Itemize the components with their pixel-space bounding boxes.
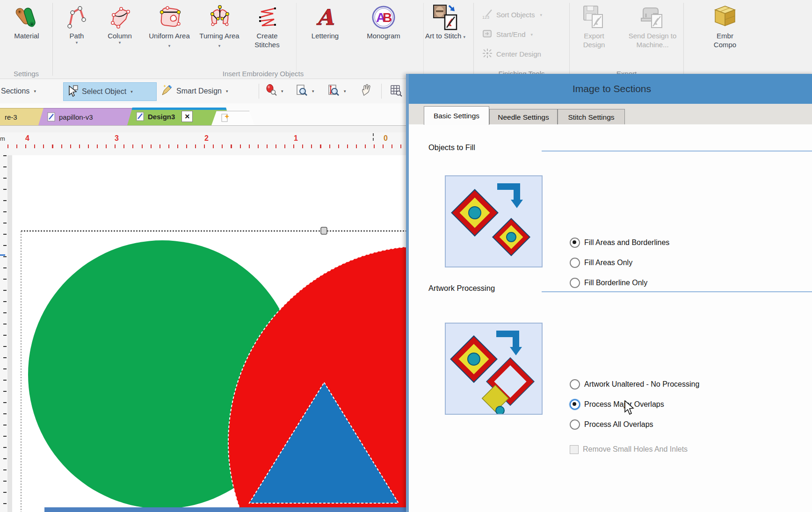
- ribbon-item-center-design[interactable]: Center Design: [482, 48, 541, 60]
- svg-text:123: 123: [482, 15, 489, 20]
- new-design-star-icon: [220, 113, 230, 124]
- dialog-tab-label: Basic Settings: [434, 112, 479, 120]
- dialog-tab-label: Stitch Settings: [568, 113, 614, 122]
- close-tab-icon[interactable]: ✕: [181, 111, 193, 122]
- ruler-ticks: [3, 155, 7, 512]
- dialog-title-bar[interactable]: Image to Sections: [409, 74, 812, 104]
- selection-handle[interactable]: [321, 227, 327, 234]
- ribbon-item-material[interactable]: Material: [6, 3, 48, 41]
- vertical-ruler: [0, 155, 8, 512]
- ruler-number: 3: [115, 134, 119, 143]
- radio-icon[interactable]: [570, 419, 580, 430]
- dropdown-arrow-icon: ▾: [108, 41, 132, 45]
- dialog-tab-basic-settings[interactable]: Basic Settings: [424, 106, 489, 125]
- artwork-processing-preview-image: [445, 323, 543, 415]
- option-process-major-overlaps[interactable]: Process Major Overlaps: [570, 399, 664, 410]
- radio-icon[interactable]: [570, 258, 580, 268]
- ribbon-item-label: Start/End: [496, 30, 526, 38]
- select-object-button[interactable]: Select Object ▾: [63, 82, 157, 101]
- ribbon-item-path[interactable]: Path▾: [60, 3, 94, 45]
- ribbon-item-art-to-stitch[interactable]: Art to Stitch ▾: [424, 3, 466, 41]
- lettering-icon: A: [312, 3, 338, 32]
- canvas-margin-strip: [7, 155, 12, 512]
- grid-magnifier-icon: [389, 84, 402, 99]
- ribbon-item-label: Material: [14, 32, 39, 41]
- new-tab-button[interactable]: [211, 111, 254, 125]
- ribbon-item-label: Export Design: [573, 32, 615, 50]
- ruler-number: 2: [204, 134, 209, 143]
- ribbon-item-label: Send Design to Machine...: [622, 32, 683, 50]
- pan-hand-button[interactable]: [356, 82, 376, 100]
- checkbox-remove-small-holes: Remove Small Holes And Inlets: [570, 444, 688, 454]
- ribbon-item-embroidery-composer[interactable]: Embr Compo: [699, 3, 751, 50]
- hand-icon: [360, 84, 372, 98]
- smart-design-label: Smart Design: [176, 87, 222, 95]
- ribbon-item-label: Embr Compo: [714, 32, 736, 50]
- ruler-number: 4: [25, 134, 29, 143]
- smart-design-button[interactable]: Smart Design ▾: [157, 82, 232, 100]
- ribbon-item-uniform-area[interactable]: Uniform Area ▾: [148, 3, 191, 50]
- image-to-sections-dialog: Image to Sections Basic Settings Needle …: [406, 74, 812, 512]
- option-process-all-overlaps[interactable]: Process All Overlaps: [570, 419, 653, 430]
- ribbon-item-start-end[interactable]: Start/End ▾: [482, 28, 533, 41]
- document-magnifier-icon: [296, 84, 308, 98]
- canvas-artwork: [7, 155, 406, 512]
- design-canvas[interactable]: [7, 155, 406, 512]
- option-fill-areas-and-borderlines[interactable]: Fill Areas and Borderlines: [570, 238, 669, 248]
- ribbon-item-create-stitches[interactable]: Create Stitches: [245, 3, 290, 50]
- ribbon-separator: [296, 3, 297, 76]
- dialog-body: Objects to Fill: [409, 124, 812, 512]
- select-cursor-icon: [67, 85, 79, 99]
- option-fill-areas-only[interactable]: Fill Areas Only: [570, 258, 632, 268]
- send-to-machine-icon: [639, 3, 666, 32]
- sections-label: Sections: [1, 87, 29, 95]
- option-artwork-unaltered[interactable]: Artwork Unaltered - No Processing: [570, 379, 699, 389]
- grid-button[interactable]: [385, 82, 406, 100]
- dropdown-arrow-icon: ▾: [70, 41, 84, 45]
- dialog-tab-needle-settings[interactable]: Needle Settings: [489, 109, 558, 125]
- ribbon-item-label: Column▾: [108, 32, 132, 45]
- ribbon-item-label: Monogram: [367, 32, 400, 41]
- zoom-balloon-button[interactable]: ▾: [262, 82, 287, 100]
- option-fill-borderline-only[interactable]: Fill Borderline Only: [570, 278, 647, 288]
- tab-label: Design3: [148, 113, 175, 121]
- ruler-unit-label: m: [0, 132, 7, 159]
- uniform-area-tool-icon: [158, 3, 181, 32]
- art-to-stitch-icon: [432, 3, 458, 32]
- ribbon-item-sort-objects[interactable]: 123 Sort Objects ▾: [482, 8, 542, 21]
- tabbar-baseline: [0, 125, 406, 126]
- design-page-icon: [136, 112, 145, 121]
- sort-objects-icon: 123: [482, 8, 493, 21]
- ribbon-item-label: Uniform Area ▾: [148, 32, 191, 50]
- ribbon-item-monogram[interactable]: A B Monogram: [356, 3, 411, 41]
- radio-selected-icon[interactable]: [570, 399, 580, 410]
- sections-dropdown[interactable]: Sections ▾: [0, 82, 40, 100]
- turning-area-tool-icon: [208, 3, 231, 32]
- dialog-tab-stitch-settings[interactable]: Stitch Settings: [558, 109, 625, 125]
- radio-icon[interactable]: [570, 278, 580, 288]
- embroidery-cube-icon: [711, 3, 739, 32]
- ribbon-item-column[interactable]: Column▾: [101, 3, 139, 45]
- zoom-height-button[interactable]: ▾: [324, 82, 350, 100]
- ruler-number: 1: [294, 134, 298, 143]
- active-tab-top-bar: [127, 108, 231, 110]
- zoom-document-button[interactable]: ▾: [292, 82, 318, 100]
- ribbon-item-send-design[interactable]: Send Design to Machine...: [622, 3, 683, 50]
- ribbon-item-turning-area[interactable]: Turning Area ▾: [198, 3, 241, 50]
- dropdown-arrow-icon: ▾: [226, 89, 228, 94]
- create-stitches-tool-icon: [256, 3, 278, 32]
- export-design-icon: [582, 3, 606, 32]
- section-divider-line: [542, 291, 812, 292]
- checkbox-label: Remove Small Holes And Inlets: [583, 445, 688, 454]
- dropdown-arrow-icon: ▾: [130, 89, 133, 94]
- option-label: Fill Areas and Borderlines: [584, 238, 669, 247]
- ribbon-item-export-design[interactable]: Export Design: [573, 3, 615, 50]
- document-height-magnifier-icon: [327, 84, 340, 98]
- dialog-tab-strip: Basic Settings Needle Settings Stitch Se…: [409, 104, 812, 124]
- ribbon-item-lettering[interactable]: A Lettering: [301, 3, 349, 41]
- dialog-tab-label: Needle Settings: [498, 113, 549, 122]
- option-label: Process All Overlaps: [584, 420, 653, 429]
- radio-selected-icon[interactable]: [570, 238, 580, 248]
- radio-icon[interactable]: [570, 379, 580, 389]
- svg-text:B: B: [383, 10, 392, 25]
